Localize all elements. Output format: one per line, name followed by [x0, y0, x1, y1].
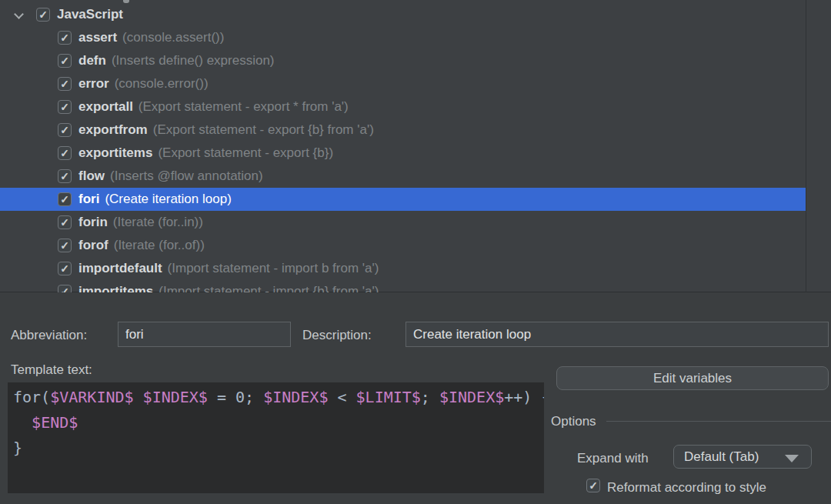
- checkbox[interactable]: ✓: [58, 285, 72, 292]
- template-text-editor[interactable]: for($VARKIND$ $INDEX$ = 0; $INDEX$ < $LI…: [8, 382, 544, 493]
- checkbox[interactable]: ✓: [58, 239, 72, 252]
- checkbox[interactable]: ✓: [58, 192, 72, 206]
- template-row-exportitems[interactable]: ✓exportitems(Export statement - export {…: [0, 142, 806, 165]
- template-name: assert: [78, 30, 117, 45]
- template-name: importdefault: [78, 261, 162, 276]
- template-row-importdefault[interactable]: ✓importdefault(Import statement - import…: [0, 257, 806, 280]
- chevron-down-icon[interactable]: [15, 11, 23, 19]
- templates-tree[interactable]: ✓JavaScript✓assert(console.assert())✓def…: [0, 0, 806, 292]
- template-description: (Import statement - import b from 'a'): [168, 261, 379, 276]
- template-description: (Iterate (for..in)): [113, 215, 203, 230]
- code-line: }: [13, 436, 544, 461]
- template-name: exportall: [78, 99, 133, 115]
- template-description: (Export statement - export {b} from 'a'): [153, 122, 374, 138]
- template-row-forin[interactable]: ✓forin(Iterate (for..in)): [0, 211, 806, 234]
- template-description: (Import statement - import {b} from 'a'): [159, 284, 379, 292]
- options-group-label: Options: [551, 414, 596, 429]
- edit-variables-button[interactable]: Edit variables: [556, 366, 829, 390]
- abbreviation-label: Abbreviation:: [11, 328, 87, 343]
- code-line: for($VARKIND$ $INDEX$ = 0; $INDEX$ < $LI…: [13, 385, 544, 410]
- template-name: importitems: [78, 284, 153, 292]
- checkbox[interactable]: ✓: [58, 123, 72, 137]
- expand-with-select[interactable]: Default (Tab): [673, 445, 812, 469]
- partial-row-fragment: [123, 0, 129, 3]
- template-name: fori: [78, 192, 99, 207]
- template-description: (Inserts @flow annotation): [110, 169, 263, 184]
- template-name: forof: [78, 238, 108, 253]
- template-name: exportfrom: [78, 122, 148, 138]
- expand-with-label: Expand with: [577, 451, 649, 466]
- template-name: flow: [78, 169, 105, 184]
- template-description: (Create iteration loop): [105, 192, 231, 207]
- template-row-fori[interactable]: ✓fori(Create iteration loop): [0, 188, 806, 211]
- template-row-exportfrom[interactable]: ✓exportfrom(Export statement - export {b…: [0, 118, 806, 142]
- template-text-label: Template text:: [11, 362, 92, 378]
- checkbox[interactable]: ✓: [58, 54, 72, 68]
- checkbox[interactable]: ✓: [58, 215, 72, 229]
- templates-tree-panel: ✓JavaScript✓assert(console.assert())✓def…: [0, 0, 831, 292]
- template-name: JavaScript: [57, 7, 123, 22]
- template-row-forof[interactable]: ✓forof(Iterate (for..of)): [0, 234, 806, 257]
- template-name: error: [78, 76, 109, 92]
- template-row-assert[interactable]: ✓assert(console.assert()): [0, 26, 806, 49]
- checkbox[interactable]: ✓: [58, 146, 72, 160]
- template-description: (Export statement - export * from 'a'): [138, 99, 349, 115]
- template-row-exportall[interactable]: ✓exportall(Export statement - export * f…: [0, 95, 806, 118]
- abbreviation-input[interactable]: [118, 322, 291, 347]
- expand-with-value: Default (Tab): [684, 449, 759, 465]
- reformat-label: Reformat according to style: [607, 480, 766, 496]
- checkbox[interactable]: ✓: [36, 8, 50, 22]
- chevron-down-icon: [785, 455, 799, 462]
- template-description: (Inserts define() expression): [112, 53, 275, 68]
- template-row-defn[interactable]: ✓defn(Inserts define() expression): [0, 49, 806, 72]
- template-description: (Iterate (for..of)): [114, 238, 205, 253]
- checkbox[interactable]: ✓: [58, 169, 72, 183]
- template-row-flow[interactable]: ✓flow(Inserts @flow annotation): [0, 165, 806, 188]
- template-description: (console.assert()): [122, 30, 224, 45]
- checkbox[interactable]: ✓: [58, 262, 72, 275]
- template-name: forin: [78, 215, 108, 230]
- checkbox[interactable]: ✓: [58, 100, 72, 114]
- template-description: (Export statement - export {b}): [158, 145, 333, 161]
- description-label: Description:: [302, 328, 372, 343]
- template-row-error[interactable]: ✓error(console.error()): [0, 72, 806, 95]
- template-description: (console.error()): [115, 76, 209, 92]
- code-line: $END$: [13, 410, 544, 436]
- description-input[interactable]: [405, 322, 829, 347]
- template-name: exportitems: [78, 145, 152, 161]
- checkbox[interactable]: ✓: [58, 77, 72, 91]
- template-row-JavaScript[interactable]: ✓JavaScript: [0, 3, 806, 26]
- template-name: defn: [78, 53, 106, 68]
- reformat-checkbox[interactable]: ✓: [586, 479, 600, 492]
- options-group-separator: [606, 421, 831, 422]
- template-row-importitems[interactable]: ✓importitems(Import statement - import {…: [0, 280, 806, 292]
- checkbox[interactable]: ✓: [58, 31, 72, 45]
